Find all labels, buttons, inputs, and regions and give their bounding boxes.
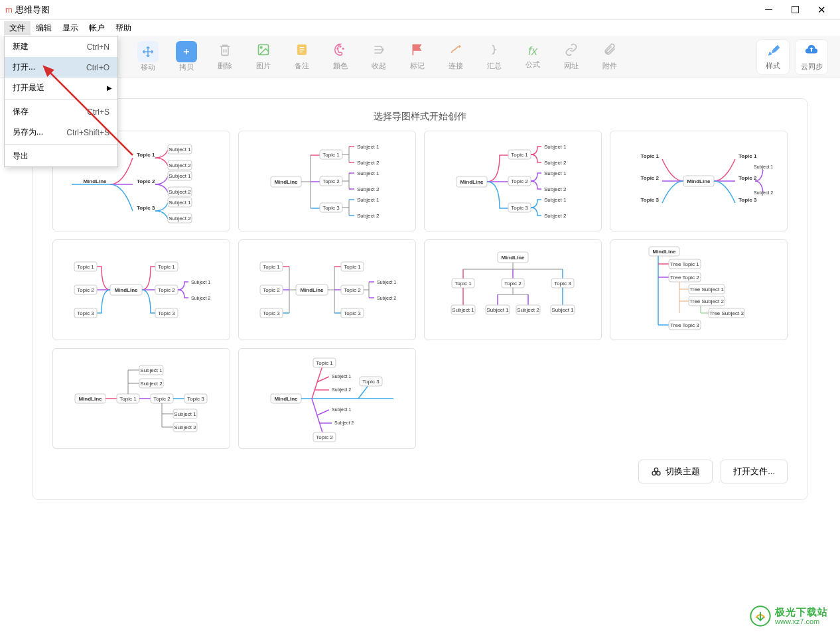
svg-text:Subject 1: Subject 1 <box>191 280 210 285</box>
template-card[interactable]: MindLine Topic 1 Topic 2 Topic 3 Topic 1… <box>238 239 416 340</box>
cloud-icon <box>804 42 819 60</box>
svg-text:Subject 1: Subject 1 <box>357 170 380 176</box>
open-file-button[interactable]: 打开文件... <box>721 460 788 483</box>
template-card[interactable]: MindLine Topic 1 Topic 2 Topic 3 Subject… <box>238 131 416 231</box>
menu-new[interactable]: 新建 Ctrl+N <box>5 36 117 57</box>
file-dropdown-menu: 新建 Ctrl+N 打开... Ctrl+O 打开最近 ▶ 保存 Ctrl+S … <box>4 36 118 167</box>
palette-icon <box>334 43 347 60</box>
tool-move-label: 移动 <box>141 62 155 72</box>
svg-point-224 <box>652 472 656 475</box>
tool-formula-button[interactable]: fx 公式 <box>516 39 549 75</box>
tool-move-button[interactable]: 移动 <box>131 39 165 75</box>
image-icon <box>257 43 270 60</box>
menu-help[interactable]: 帮助 <box>110 21 137 35</box>
svg-line-220 <box>358 385 369 399</box>
template-card[interactable]: MindLine Topic 1 Topic 2 Topic 3 Topic 1… <box>610 131 788 231</box>
svg-text:Topic 2: Topic 2 <box>641 175 660 181</box>
menu-view[interactable]: 显示 <box>57 21 84 35</box>
tool-delete-button[interactable]: 删除 <box>208 39 242 75</box>
close-button[interactable]: ✕ <box>808 0 835 20</box>
tool-url-button[interactable]: 网址 <box>555 39 588 75</box>
svg-text:Subject 2: Subject 2 <box>334 420 354 426</box>
template-card[interactable]: MindLine Topic 1 Topic 2 Topic 3 Subject… <box>52 348 230 449</box>
tool-mark-label: 标记 <box>410 61 425 71</box>
menu-open-shortcut: Ctrl+O <box>86 63 109 72</box>
tool-connect-label: 连接 <box>449 61 463 71</box>
svg-text:Topic 3: Topic 3 <box>641 197 660 203</box>
tool-image-button[interactable]: 图片 <box>247 39 280 75</box>
tool-cloud-button[interactable]: 云同步 <box>795 39 828 75</box>
menu-export[interactable]: 导出 <box>5 146 117 166</box>
theme-icon <box>651 466 662 477</box>
tool-delete-label: 删除 <box>218 61 232 71</box>
svg-text:Subject 1: Subject 1 <box>332 407 351 412</box>
svg-text:Subject 1: Subject 1 <box>174 411 196 417</box>
watermark-main: 极光下载站 <box>775 607 828 618</box>
link-icon <box>565 43 578 60</box>
menu-account[interactable]: 帐户 <box>84 21 110 35</box>
watermark-icon <box>750 605 771 627</box>
window-title: 思维导图 <box>15 4 50 16</box>
menu-edit[interactable]: 编辑 <box>31 21 57 35</box>
svg-text:Topic 1: Topic 1 <box>77 264 94 270</box>
tool-attach-button[interactable]: 附件 <box>593 39 626 75</box>
svg-text:Subject 1: Subject 1 <box>357 197 380 203</box>
svg-text:Subject 1: Subject 1 <box>754 164 773 170</box>
svg-text:Subject 2: Subject 2 <box>544 186 567 192</box>
maximize-button[interactable] <box>782 0 808 20</box>
svg-text:Tree Subject 1: Tree Subject 1 <box>689 286 724 292</box>
template-grid: MindLine Topic 1 Topic 2 Topic 3 Subject… <box>52 131 788 449</box>
template-card[interactable]: MindLine Topic 1 Topic 2 Topic 3 Subject… <box>424 131 602 231</box>
tool-connect-button[interactable]: 连接 <box>439 39 472 75</box>
switch-theme-button[interactable]: 切换主题 <box>638 460 713 483</box>
svg-line-213 <box>312 399 322 432</box>
svg-text:MindLine: MindLine <box>687 178 711 184</box>
svg-text:MindLine: MindLine <box>114 287 138 293</box>
menu-saveas[interactable]: 另存为... Ctrl+Shift+S <box>5 122 117 143</box>
svg-text:Subject 1: Subject 1 <box>332 374 351 379</box>
template-card[interactable]: MindLine Topic 1 Subject 1 Subject 2 Top… <box>238 348 416 449</box>
svg-text:Subject 2: Subject 2 <box>169 216 191 221</box>
svg-text:Topic 3: Topic 3 <box>322 205 340 211</box>
svg-line-206 <box>312 366 322 399</box>
svg-text:Subject 2: Subject 2 <box>357 213 380 219</box>
tool-cloud-label: 云同步 <box>801 62 823 72</box>
panel-title: 选择导图样式开始创作 <box>52 111 788 123</box>
svg-text:Topic 2: Topic 2 <box>137 178 155 184</box>
svg-text:Topic 2: Topic 2 <box>316 434 333 440</box>
menu-open[interactable]: 打开... Ctrl+O <box>5 57 117 78</box>
tool-image-label: 图片 <box>256 61 271 71</box>
window-controls: ✕ <box>755 0 835 20</box>
submenu-arrow-icon: ▶ <box>107 84 112 92</box>
minimize-button[interactable] <box>755 0 782 20</box>
svg-text:Topic 1: Topic 1 <box>158 264 175 270</box>
menu-save[interactable]: 保存 Ctrl+S <box>5 101 117 122</box>
tool-summary-button[interactable]: 汇总 <box>478 39 511 75</box>
svg-text:Subject 1: Subject 1 <box>544 170 567 176</box>
template-card[interactable]: MindLine Topic 1 Topic 2 Topic 3 Topic 1… <box>52 239 230 340</box>
svg-text:Tree Subject 3: Tree Subject 3 <box>709 310 744 316</box>
svg-text:Subject 2: Subject 2 <box>544 213 567 219</box>
tool-color-button[interactable]: 颜色 <box>324 39 357 75</box>
svg-text:MindLine: MindLine <box>274 396 298 402</box>
formula-icon: fx <box>528 44 537 58</box>
svg-text:Subject 2: Subject 2 <box>140 381 163 387</box>
menu-new-shortcut: Ctrl+N <box>87 42 109 52</box>
svg-text:Subject 2: Subject 2 <box>174 424 196 430</box>
tool-note-button[interactable]: 备注 <box>285 39 318 75</box>
template-card[interactable]: MindLine Topic 1 Topic 2 Topic 3 Subject… <box>424 239 602 340</box>
tool-mark-button[interactable]: 标记 <box>401 39 434 75</box>
tool-copy-button[interactable]: 拷贝 <box>170 39 203 75</box>
menu-open-recent[interactable]: 打开最近 ▶ <box>5 78 117 98</box>
template-card[interactable]: MindLine Tree Topic 1 Tree Topic 2 Tree … <box>610 239 788 340</box>
svg-text:Subject 1: Subject 1 <box>486 307 509 313</box>
menu-file[interactable]: 文件 <box>4 21 31 35</box>
menu-open-recent-label: 打开最近 <box>13 82 44 94</box>
svg-text:Topic 3: Topic 3 <box>344 310 361 316</box>
tool-style-button[interactable]: 样式 <box>756 39 790 75</box>
tool-collapse-button[interactable]: 收起 <box>362 39 395 75</box>
svg-text:Topic 1: Topic 1 <box>344 264 361 270</box>
tool-note-label: 备注 <box>295 61 309 71</box>
svg-text:Subject 1: Subject 1 <box>377 280 396 285</box>
svg-point-225 <box>657 472 660 475</box>
